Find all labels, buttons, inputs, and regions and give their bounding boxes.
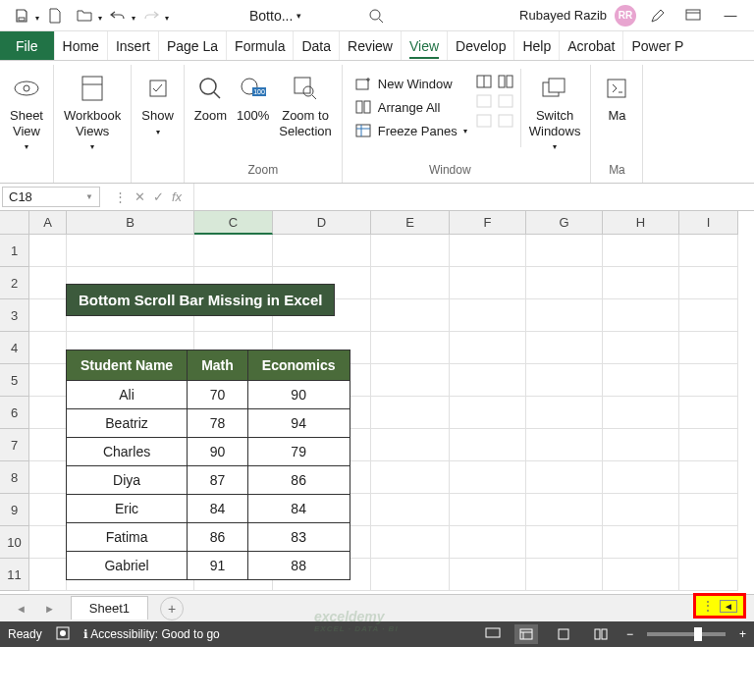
add-sheet-button[interactable]: + xyxy=(160,597,184,620)
table-cell[interactable]: 90 xyxy=(247,381,350,409)
display-settings-icon[interactable] xyxy=(485,627,501,642)
macros-button[interactable]: Ma xyxy=(597,69,636,128)
macro-record-icon[interactable] xyxy=(56,626,70,643)
zoom-button[interactable]: Zoom xyxy=(190,69,231,142)
undo-icon[interactable] xyxy=(104,2,132,29)
table-cell[interactable]: Charles xyxy=(67,438,188,466)
tab-help[interactable]: Help xyxy=(513,31,559,60)
row-header[interactable]: 11 xyxy=(0,559,29,591)
column-header[interactable]: F xyxy=(450,211,526,235)
resize-handle-icon[interactable]: ⋮ xyxy=(702,599,714,613)
cells-area[interactable]: Bottom Scroll Bar Missing in Excel Stude… xyxy=(29,235,754,594)
zoom-to-selection-button[interactable]: Zoom to Selection xyxy=(275,69,335,142)
chevron-down-icon[interactable]: ▾ xyxy=(98,14,102,23)
row-header[interactable]: 3 xyxy=(0,299,29,332)
sheet-tab-active[interactable]: Sheet1 xyxy=(71,596,148,619)
minimize-button[interactable]: — xyxy=(715,2,746,29)
table-cell[interactable]: 87 xyxy=(188,466,248,495)
row-header[interactable]: 6 xyxy=(0,397,29,429)
avatar[interactable]: RR xyxy=(615,5,636,27)
chevron-down-icon[interactable]: ▼ xyxy=(85,192,93,201)
sheet-nav-next[interactable]: ► xyxy=(44,603,55,615)
table-cell[interactable]: 91 xyxy=(188,552,248,580)
column-header[interactable]: C xyxy=(194,211,273,235)
show-button[interactable]: Show▾ xyxy=(137,69,178,140)
column-header[interactable]: A xyxy=(29,211,67,235)
split-icon[interactable] xyxy=(475,73,493,90)
tab-acrobat[interactable]: Acrobat xyxy=(559,31,622,60)
row-header[interactable]: 8 xyxy=(0,461,29,494)
tab-review[interactable]: Review xyxy=(339,31,401,60)
file-tab[interactable]: File xyxy=(0,31,54,60)
table-cell[interactable]: Ali xyxy=(67,381,188,409)
table-cell[interactable]: 83 xyxy=(247,523,350,552)
row-header[interactable]: 9 xyxy=(0,494,29,526)
table-cell[interactable]: Beatriz xyxy=(67,409,188,438)
row-header[interactable]: 5 xyxy=(0,364,29,397)
accessibility-status[interactable]: ℹ Accessibility: Good to go xyxy=(83,627,220,641)
table-cell[interactable]: 84 xyxy=(188,495,248,523)
tab-home[interactable]: Home xyxy=(54,31,107,60)
fx-icon[interactable]: fx xyxy=(172,189,182,204)
column-header[interactable]: B xyxy=(67,211,194,235)
chevron-down-icon[interactable]: ▾ xyxy=(165,14,169,23)
sheet-nav-prev[interactable]: ◄ xyxy=(16,603,27,615)
tab-pagelayout[interactable]: Page La xyxy=(158,31,226,60)
enter-icon[interactable]: ✓ xyxy=(153,189,164,204)
table-cell[interactable]: 88 xyxy=(247,552,350,580)
zoom-out-button[interactable]: − xyxy=(626,627,633,641)
tab-view[interactable]: View xyxy=(401,31,447,60)
row-header[interactable]: 4 xyxy=(0,332,29,364)
chevron-down-icon[interactable]: ▾ xyxy=(132,14,135,23)
table-cell[interactable]: 84 xyxy=(247,495,350,523)
new-window-button[interactable]: New Window xyxy=(350,73,471,94)
column-header[interactable]: E xyxy=(371,211,450,235)
pen-icon[interactable] xyxy=(644,2,672,29)
workbook-views-button[interactable]: Workbook Views▾ xyxy=(60,69,125,156)
tab-formulas[interactable]: Formula xyxy=(226,31,293,60)
name-box[interactable]: C18▼ xyxy=(2,187,100,207)
freeze-panes-button[interactable]: Freeze Panes ▾ xyxy=(350,120,471,141)
column-header[interactable]: I xyxy=(679,211,738,235)
sync-scroll-icon[interactable] xyxy=(497,92,514,110)
page-layout-view-button[interactable] xyxy=(552,624,575,644)
hide-window-icon[interactable] xyxy=(475,92,493,110)
row-header[interactable]: 1 xyxy=(0,235,29,267)
chevron-down-icon[interactable]: ▾ xyxy=(35,14,39,23)
select-all-cell[interactable] xyxy=(0,211,29,235)
reset-window-icon[interactable] xyxy=(497,112,514,130)
zoom-100-button[interactable]: 100 100% xyxy=(233,69,273,142)
scroll-left-icon[interactable]: ◄ xyxy=(720,600,737,613)
new-file-icon[interactable] xyxy=(41,2,69,29)
column-header[interactable]: G xyxy=(526,211,603,235)
row-header[interactable]: 10 xyxy=(0,526,29,559)
table-cell[interactable]: 78 xyxy=(188,409,248,438)
tab-powerpivot[interactable]: Power P xyxy=(622,31,691,60)
row-header[interactable]: 7 xyxy=(0,429,29,461)
autosave-icon[interactable] xyxy=(8,2,35,29)
switch-windows-button[interactable]: Switch Windows▾ xyxy=(525,69,585,156)
table-cell[interactable]: 94 xyxy=(247,409,350,438)
zoom-slider[interactable] xyxy=(647,632,726,636)
scroll-arrow-highlight[interactable]: ⋮ ◄ xyxy=(693,593,746,619)
cancel-icon[interactable]: ✕ xyxy=(135,189,145,204)
unhide-window-icon[interactable] xyxy=(475,112,493,130)
page-break-view-button[interactable] xyxy=(589,624,613,644)
table-cell[interactable]: 70 xyxy=(188,381,248,409)
view-side-icon[interactable] xyxy=(497,73,514,90)
column-header[interactable]: D xyxy=(273,211,371,235)
table-cell[interactable]: Eric xyxy=(67,495,188,523)
table-cell[interactable]: 86 xyxy=(188,523,248,552)
sheet-view-button[interactable]: Sheet View▾ xyxy=(6,69,47,156)
redo-icon[interactable] xyxy=(137,2,165,29)
row-header[interactable]: 2 xyxy=(0,267,29,299)
arrange-all-button[interactable]: Arrange All xyxy=(350,96,471,118)
tab-developer[interactable]: Develop xyxy=(447,31,513,60)
table-cell[interactable]: 86 xyxy=(247,466,350,495)
tab-data[interactable]: Data xyxy=(293,31,339,60)
formula-input[interactable] xyxy=(193,184,754,210)
ribbon-display-icon[interactable] xyxy=(679,2,707,29)
table-cell[interactable]: Fatima xyxy=(67,523,188,552)
zoom-in-button[interactable]: + xyxy=(739,627,746,641)
table-cell[interactable]: 79 xyxy=(247,438,350,466)
